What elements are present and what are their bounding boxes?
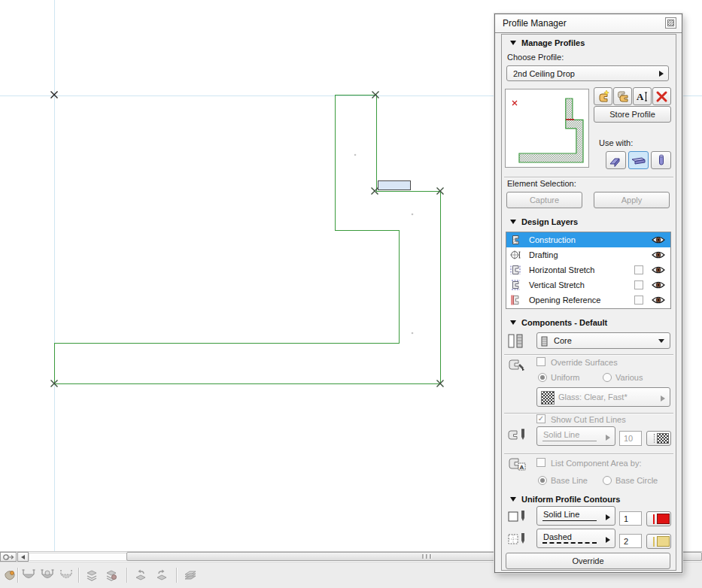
- list-component-area-checkbox[interactable]: [536, 458, 545, 467]
- svg-text:A: A: [520, 464, 524, 471]
- inner-contour-color-button[interactable]: [646, 534, 671, 549]
- apply-label: Apply: [621, 195, 643, 205]
- line-sample: [542, 441, 597, 441]
- uniform-radio[interactable]: [538, 373, 547, 382]
- design-layers-list[interactable]: ConstructionDraftingHorizontal StretchVe…: [506, 232, 671, 309]
- pan-zoom-corner-button[interactable]: [0, 552, 17, 562]
- cut-pen-color-button[interactable]: [646, 431, 671, 446]
- layer-checkbox[interactable]: [634, 265, 643, 274]
- cut-end-line-pen-icon: [506, 427, 527, 445]
- layer-stack-colored-icon[interactable]: [104, 568, 119, 583]
- inner-contour-pen-value: 2: [624, 537, 628, 546]
- cut-pen-value: 10: [624, 434, 633, 443]
- store-profile-label: Store Profile: [609, 110, 655, 119]
- popup-arrow-icon: [606, 435, 610, 441]
- outer-contour-pen-icon: [506, 508, 527, 526]
- hull-icon-anchor[interactable]: [40, 568, 55, 583]
- component-select-icon: [506, 332, 527, 350]
- duplicate-profile-button[interactable]: [613, 87, 632, 105]
- scroll-left-arrow-icon: [21, 555, 25, 559]
- layer-redo-arrow-icon[interactable]: [154, 568, 169, 583]
- section-title: Uniform Profile Contours: [521, 495, 620, 504]
- pan-zoom-icon: [2, 553, 14, 561]
- various-radio[interactable]: [603, 373, 612, 382]
- rename-profile-button[interactable]: A: [633, 87, 652, 105]
- use-with-wall-button[interactable]: [606, 151, 626, 169]
- popup-arrow-icon: [661, 396, 665, 402]
- selection-rectangle[interactable]: [378, 180, 410, 189]
- layer-row[interactable]: Opening Reference: [506, 292, 670, 308]
- profile-select[interactable]: 2nd Ceiling Drop: [506, 65, 669, 81]
- collapse-triangle-icon: [510, 497, 516, 502]
- close-button[interactable]: [665, 17, 676, 29]
- section-uniform-profile-contours[interactable]: Uniform Profile Contours: [503, 493, 674, 505]
- inner-contour-pen-input[interactable]: 2: [619, 534, 642, 548]
- base-line-radio[interactable]: [538, 476, 547, 485]
- wall-icon: [609, 154, 624, 167]
- hull-icon-dashed[interactable]: [59, 568, 74, 583]
- show-cut-end-lines-checkbox[interactable]: ✓: [536, 414, 545, 423]
- section-design-layers[interactable]: Design Layers: [503, 215, 674, 228]
- toolbar-separator: [17, 568, 18, 583]
- base-line-label: Base Line: [551, 476, 588, 485]
- capture-button[interactable]: Capture: [506, 192, 582, 208]
- preview-origin-marker: [512, 101, 517, 105]
- collapse-triangle-icon: [510, 320, 516, 325]
- layer-name: Opening Reference: [529, 292, 600, 308]
- layer-checkbox[interactable]: [634, 296, 643, 305]
- scroll-left-button[interactable]: [17, 552, 29, 562]
- new-profile-icon: [596, 89, 610, 104]
- component-select[interactable]: Core: [536, 332, 670, 349]
- hull-icon-solid[interactable]: [21, 568, 36, 583]
- new-profile-button[interactable]: [594, 87, 612, 105]
- section-title: Manage Profiles: [521, 38, 585, 47]
- base-circle-label: Base Circle: [615, 476, 658, 485]
- layer-row[interactable]: Construction: [506, 232, 670, 247]
- quick-options-icon[interactable]: [2, 568, 17, 583]
- dialog-titlebar[interactable]: Profile Manager: [495, 14, 682, 33]
- eye-icon[interactable]: [651, 235, 666, 244]
- use-with-column-button[interactable]: [651, 151, 671, 169]
- sheet-stack-icon[interactable]: [183, 568, 198, 583]
- eye-icon[interactable]: [651, 250, 666, 259]
- pen-stripe: [649, 537, 655, 547]
- section-manage-profiles[interactable]: Manage Profiles: [503, 36, 674, 49]
- layer-row[interactable]: Horizontal Stretch: [506, 262, 670, 277]
- inner-contour-line-select[interactable]: Dashed: [536, 529, 615, 548]
- cut-pen-swatch: [657, 433, 669, 444]
- layer-stack-icon[interactable]: [84, 568, 99, 583]
- surface-select[interactable]: Glass: Clear, Fast*: [536, 387, 670, 407]
- separator: [504, 354, 673, 355]
- layer-row[interactable]: Drafting: [506, 247, 670, 262]
- delete-icon: [655, 89, 669, 104]
- apply-button[interactable]: Apply: [594, 192, 670, 208]
- toolbar-separator: [78, 568, 79, 583]
- override-button[interactable]: Override: [506, 553, 670, 569]
- layer-name: Horizontal Stretch: [529, 262, 594, 277]
- override-label: Override: [572, 556, 603, 565]
- separator: [504, 177, 673, 177]
- delete-profile-button[interactable]: [652, 87, 671, 105]
- outer-contour-color-button[interactable]: [646, 511, 671, 526]
- layer-undo-arrow-icon[interactable]: [133, 568, 148, 583]
- store-profile-button[interactable]: Store Profile: [594, 106, 671, 123]
- dialog-title: Profile Manager: [503, 14, 567, 32]
- base-circle-radio[interactable]: [603, 476, 612, 485]
- layer-row[interactable]: Vertical Stretch: [506, 277, 670, 292]
- eye-icon[interactable]: [651, 296, 666, 305]
- section-components[interactable]: Components - Default: [503, 316, 674, 329]
- line-sample: [542, 542, 597, 544]
- surface-select-value: Glass: Clear, Fast*: [558, 388, 628, 406]
- cut-line-type-select[interactable]: Solid Line: [536, 426, 615, 446]
- various-label: Various: [615, 373, 643, 382]
- outer-contour-line-select[interactable]: Solid Line: [536, 506, 615, 526]
- use-with-label: Use with:: [599, 138, 633, 147]
- profile-polygon[interactable]: [54, 95, 440, 383]
- layer-checkbox[interactable]: [634, 280, 643, 289]
- eye-icon[interactable]: [651, 280, 666, 289]
- eye-icon[interactable]: [651, 265, 666, 274]
- outer-contour-pen-input[interactable]: 1: [619, 511, 642, 526]
- cut-pen-input[interactable]: 10: [619, 431, 642, 446]
- use-with-beam-button[interactable]: [628, 151, 649, 169]
- override-surfaces-checkbox[interactable]: [536, 357, 545, 366]
